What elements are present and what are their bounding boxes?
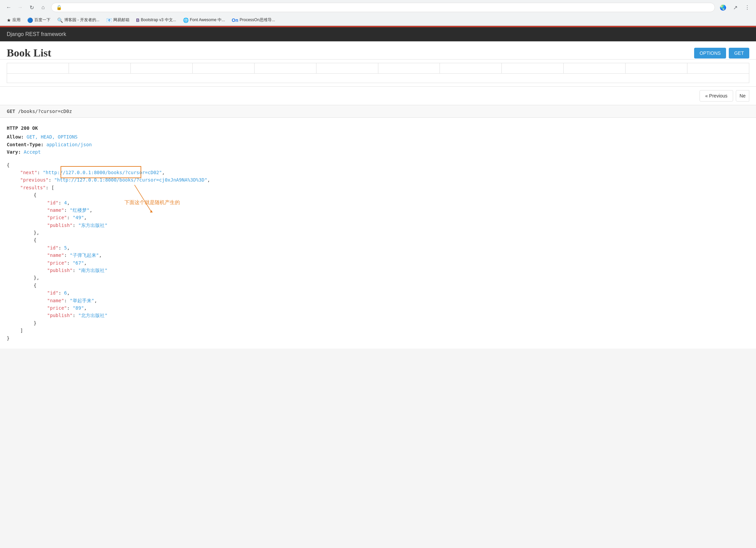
- home-button[interactable]: ⌂: [38, 3, 48, 12]
- vary-value: Accept: [24, 149, 41, 155]
- bookmark-apps[interactable]: ★ 应用: [4, 16, 23, 24]
- bookmark-cnblogs[interactable]: 🔍 博客园 - 开发者的...: [54, 16, 102, 24]
- json-price-val-6: "89": [73, 305, 84, 311]
- processon-icon: On: [232, 17, 238, 23]
- next-button[interactable]: Ne: [736, 90, 749, 102]
- content-type-key: Content-Type:: [7, 142, 44, 147]
- table-cell: [255, 63, 316, 73]
- json-id-key-4: "id": [47, 200, 59, 205]
- json-price-key-5: "price": [47, 260, 67, 266]
- json-previous-key: "previous": [20, 177, 48, 183]
- bookmark-label: 百度一下: [34, 17, 50, 23]
- bookmark-baidu[interactable]: 🔵 百度一下: [25, 16, 53, 24]
- table-cell: [193, 63, 255, 73]
- bootstrap-icon: B: [136, 17, 140, 23]
- table-cell: [378, 63, 440, 73]
- drf-content: Book List OPTIONS GET: [0, 41, 756, 349]
- json-results-key: "results": [20, 185, 46, 190]
- drf-page-header: Book List OPTIONS GET: [0, 41, 756, 60]
- bookmarks-bar: ★ 应用 🔵 百度一下 🔍 博客园 - 开发者的... 📧 网易邮箱 B Boo…: [0, 15, 756, 26]
- json-price-key-4: "price": [47, 215, 67, 220]
- response-allow: Allow: GET, HEAD, OPTIONS: [7, 133, 749, 141]
- previous-button[interactable]: « Previous: [700, 90, 733, 102]
- fontawesome-icon: 🌐: [183, 17, 189, 23]
- table-cell: [564, 63, 626, 73]
- bookmark-label: 博客园 - 开发者的...: [64, 17, 100, 23]
- table-cell: [69, 63, 131, 73]
- json-name-val-4: "红楼梦": [70, 207, 89, 213]
- json-open-brace: {: [7, 161, 749, 169]
- baidu-icon: 🔵: [27, 17, 33, 23]
- share-button[interactable]: ↗: [730, 3, 740, 12]
- request-method: GET: [7, 109, 15, 114]
- drf-request-line: GET /books/?cursor=cD0z: [0, 105, 756, 118]
- apps-icon: ★: [7, 17, 11, 23]
- bookmark-label: 网易邮箱: [113, 17, 129, 23]
- page-actions: OPTIONS GET: [694, 48, 749, 58]
- response-content-type: Content-Type: application/json: [7, 141, 749, 148]
- bookmark-email[interactable]: 📧 网易邮箱: [104, 16, 132, 24]
- vary-key: Vary:: [7, 149, 21, 155]
- content-type-value: application/json: [46, 142, 92, 147]
- bookmark-fontawesome[interactable]: 🌐 Font Awesome 中...: [180, 16, 228, 24]
- allow-value: GET, HEAD, OPTIONS: [27, 134, 78, 140]
- json-name-val-5: "子弹飞起来": [70, 252, 99, 258]
- back-button[interactable]: ←: [4, 3, 13, 12]
- response-status: HTTP 200 OK: [7, 124, 749, 132]
- json-publish-val-6: "北方出版社": [78, 313, 108, 318]
- json-id-val-6: 6: [64, 290, 67, 296]
- response-body: { "next": "http://127.0.0.1:8000/books/?…: [7, 161, 749, 342]
- menu-button[interactable]: ⋮: [743, 3, 752, 12]
- json-name-key-4: "name": [47, 207, 64, 213]
- bookmark-label: Font Awesome 中...: [190, 17, 225, 23]
- json-publish-key-5: "publish": [47, 268, 73, 273]
- annotation-label: 下面这个就是随机产生的: [124, 198, 180, 206]
- json-price-val-5: "67": [73, 260, 84, 266]
- address-bar[interactable]: 🔒 127.0.0.1:8000/books/?cursor=cD0z: [51, 3, 715, 12]
- json-previous-value: "http://127.0.0.1:8000/books/?cursor=cj0…: [54, 177, 207, 183]
- json-name-key-5: "name": [47, 252, 64, 258]
- forward-button[interactable]: →: [15, 3, 25, 12]
- drf-header: Django REST framework: [0, 27, 756, 41]
- json-price-val-4: "49": [73, 215, 84, 220]
- table-cell: [440, 63, 502, 73]
- drf-app-title: Django REST framework: [7, 31, 66, 37]
- json-id-key-6: "id": [47, 290, 59, 296]
- bookmark-processon[interactable]: On ProcessOn思维导...: [229, 16, 278, 24]
- json-publish-val-5: "南方出版社": [78, 268, 108, 273]
- table-row: [7, 63, 749, 74]
- request-path: /books/?cursor=cD0z: [18, 109, 72, 114]
- browser-actions: 🌏 ↗ ⋮: [718, 3, 752, 12]
- drf-table-area: [0, 60, 756, 87]
- bookmark-bootstrap[interactable]: B Bootstrap v3 中文...: [134, 16, 179, 24]
- json-id-key-5: "id": [47, 245, 59, 250]
- table-cell: [7, 63, 69, 73]
- drf-pagination: « Previous Ne: [0, 87, 756, 105]
- options-button[interactable]: OPTIONS: [694, 48, 726, 58]
- get-button[interactable]: GET: [729, 48, 749, 58]
- allow-key: Allow:: [7, 134, 24, 140]
- browser-toolbar: ← → ↻ ⌂ 🔒 127.0.0.1:8000/books/?cursor=c…: [0, 0, 756, 15]
- translate-button[interactable]: 🌏: [718, 3, 728, 12]
- bookmark-label: 应用: [12, 17, 21, 23]
- cnblogs-icon: 🔍: [57, 17, 63, 23]
- json-name-key-6: "name": [47, 298, 64, 303]
- email-icon: 📧: [106, 17, 112, 23]
- url-input[interactable]: 127.0.0.1:8000/books/?cursor=cD0z: [65, 5, 710, 10]
- json-publish-key-6: "publish": [47, 313, 73, 318]
- json-name-val-6: "举起手来": [70, 298, 94, 303]
- browser-chrome: ← → ↻ ⌂ 🔒 127.0.0.1:8000/books/?cursor=c…: [0, 0, 756, 26]
- json-next-value: "http://127.0.0.1:8000/books/?cursor=cD0…: [43, 170, 162, 175]
- browser-nav-buttons: ← → ↻ ⌂: [4, 3, 48, 12]
- page-title: Book List: [7, 47, 51, 59]
- drf-response: HTTP 200 OK Allow: GET, HEAD, OPTIONS Co…: [0, 118, 756, 349]
- json-publish-key-4: "publish": [47, 223, 73, 228]
- table-cell: [502, 63, 564, 73]
- table-cell: [626, 63, 687, 73]
- refresh-button[interactable]: ↻: [27, 3, 36, 12]
- json-id-val-5: 5: [64, 245, 67, 250]
- bookmark-label: Bootstrap v3 中文...: [141, 17, 176, 23]
- json-publish-val-4: "东方出版社": [78, 223, 108, 228]
- lock-icon: 🔒: [56, 5, 62, 10]
- table-cell: [131, 63, 193, 73]
